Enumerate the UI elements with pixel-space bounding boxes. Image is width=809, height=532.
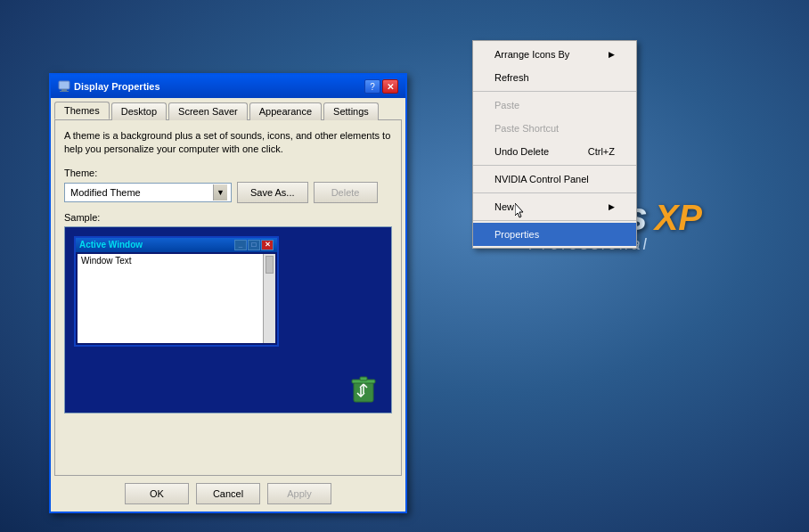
menu-separator-2 [473, 165, 636, 166]
mini-scrollbar-thumb [266, 256, 274, 274]
menu-item-paste[interactable]: Paste [473, 94, 636, 117]
menu-item-paste-shortcut[interactable]: Paste Shortcut [473, 117, 636, 140]
undo-shortcut: Ctrl+Z [588, 143, 615, 160]
tab-settings[interactable]: Settings [323, 102, 379, 120]
tabs-container: Themes Desktop Screen Saver Appearance S… [51, 98, 405, 119]
mini-window-title: Active Window [79, 240, 143, 250]
dropdown-arrow-icon: ▼ [213, 184, 227, 201]
svg-rect-4 [60, 91, 69, 92]
titlebar-buttons: ? ✕ [364, 79, 398, 94]
tab-themes[interactable]: Themes [54, 102, 110, 119]
dialog-bottom-buttons: OK Cancel Apply [51, 476, 405, 512]
mini-window-titlebar: Active Window _ □ ✕ [76, 238, 277, 252]
menu-separator-3 [473, 192, 636, 193]
recycle-bin-svg [350, 373, 377, 404]
ok-button[interactable]: OK [125, 483, 189, 504]
theme-label: Theme: [64, 168, 392, 178]
menu-item-properties[interactable]: Properties [473, 223, 636, 246]
sample-label: Sample: [64, 212, 392, 223]
recycle-bin-icon [350, 373, 377, 405]
svg-rect-3 [61, 89, 67, 91]
menu-separator-1 [473, 91, 636, 92]
tab-appearance[interactable]: Appearance [249, 102, 322, 120]
sample-preview: Active Window _ □ ✕ Window Text [64, 226, 392, 413]
theme-description: A theme is a background plus a set of so… [64, 129, 392, 157]
cancel-button[interactable]: Cancel [196, 483, 260, 504]
delete-button[interactable]: Delete [314, 182, 378, 203]
save-as-button[interactable]: Save As... [237, 182, 308, 203]
svg-rect-2 [59, 81, 69, 89]
mini-window-content: Window Text [78, 254, 275, 343]
display-properties-dialog: Display Properties ? ✕ Themes Desktop Sc… [49, 73, 407, 513]
mini-scrollbar[interactable] [263, 254, 275, 343]
monitor-icon [58, 80, 70, 93]
close-button[interactable]: ✕ [382, 79, 398, 94]
mini-window-text: Window Text [81, 256, 272, 266]
mini-maximize-button[interactable]: □ [248, 240, 260, 250]
tab-content: A theme is a background plus a set of so… [54, 119, 402, 476]
theme-controls: Modified Theme ▼ Save As... Delete [64, 182, 392, 203]
new-submenu-arrow-icon: ▶ [609, 198, 615, 216]
tab-screen-saver[interactable]: Screen Saver [168, 102, 248, 120]
menu-item-undo-delete[interactable]: Undo Delete Ctrl+Z [473, 140, 636, 163]
tab-desktop[interactable]: Desktop [111, 102, 167, 120]
mini-titlebar-buttons: _ □ ✕ [234, 240, 274, 250]
help-button[interactable]: ? [364, 79, 380, 94]
xp-label: XP [655, 198, 702, 238]
mini-close-button[interactable]: ✕ [261, 240, 274, 250]
theme-dropdown[interactable]: Modified Theme ▼ [64, 183, 232, 202]
menu-item-new[interactable]: New ▶ [473, 195, 636, 218]
desktop: Microsoft Windows XP Professional Arrang… [0, 0, 809, 532]
mini-window: Active Window _ □ ✕ Window Text [74, 236, 279, 347]
dialog-titlebar: Display Properties ? ✕ [51, 75, 405, 98]
menu-item-refresh[interactable]: Refresh [473, 66, 636, 89]
menu-separator-4 [473, 220, 636, 221]
mini-minimize-button[interactable]: _ [234, 240, 247, 250]
apply-button[interactable]: Apply [267, 483, 331, 504]
dialog-title: Display Properties [58, 80, 160, 93]
svg-rect-7 [360, 377, 367, 381]
submenu-arrow-icon: ▶ [609, 45, 615, 63]
context-menu: Arrange Icons By ▶ Refresh Paste Paste S… [472, 40, 637, 249]
menu-item-arrange-icons[interactable]: Arrange Icons By ▶ [473, 43, 636, 66]
menu-item-nvidia[interactable]: NVIDIA Control Panel [473, 168, 636, 191]
